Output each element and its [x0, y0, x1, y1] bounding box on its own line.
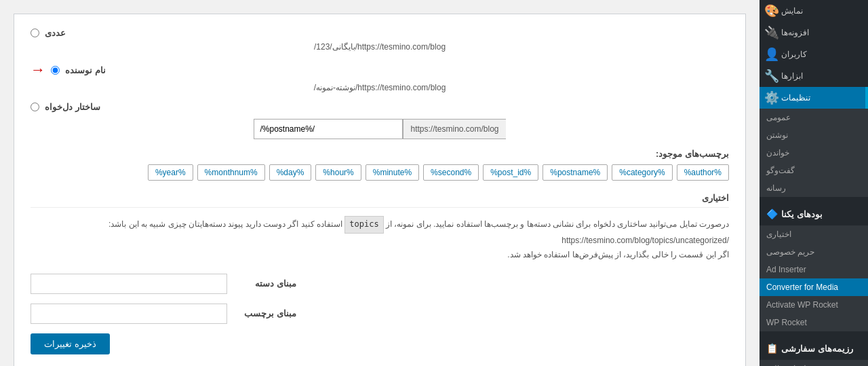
- sidebar-item-label: Converter for Media: [766, 282, 838, 292]
- settings-form: عددی /بایگانی/123/https://tesmino.com/bl…: [14, 14, 746, 366]
- plugins-icon: 🔌: [766, 27, 777, 38]
- sidebar-item-discussion[interactable]: گفت‌وگو: [760, 162, 868, 179]
- sidebar-item-plugins[interactable]: افزونه‌ها 🔌: [760, 22, 868, 43]
- info-text-before: درصورت تمایل می‌توانید ساختاری دلخواه بر…: [386, 219, 729, 229]
- tag-button[interactable]: %monthnum%: [197, 164, 265, 181]
- sidebar-section-order: رزیمه‌های سفارشی 📋: [760, 337, 868, 360]
- tag-button[interactable]: %hour%: [315, 164, 361, 181]
- info-url: https://tesmino.com/blog/topics/uncatego…: [561, 234, 729, 249]
- tag-base-input[interactable]: [31, 304, 227, 324]
- info-paragraph: درصورت تمایل می‌توانید ساختاری دلخواه بر…: [31, 216, 729, 263]
- tag-button[interactable]: %second%: [423, 164, 479, 181]
- tags-section-label: برچسب‌های موجود:: [31, 149, 729, 159]
- category-base-input[interactable]: [31, 274, 227, 294]
- sidebar-item-label: تنظیمات: [781, 93, 810, 103]
- radio-author-row: نام نوسنده →: [31, 61, 729, 79]
- tag-button[interactable]: %minute%: [366, 164, 419, 181]
- sidebar-item-label: نوشتن: [766, 130, 788, 140]
- save-row: ذخیره تغییرات: [31, 333, 729, 354]
- sidebar-item-settings[interactable]: تنظیمات ⚙️: [760, 87, 868, 109]
- radio-author-input[interactable]: [51, 66, 60, 75]
- sidebar-item-appearance[interactable]: نمایش 🎨: [760, 0, 868, 22]
- sidebar-item-users[interactable]: کاربران 👤: [760, 43, 868, 65]
- order-icon: 📋: [766, 343, 777, 354]
- sidebar-item-label: افزونه‌ها: [781, 28, 809, 37]
- sidebar-item-label: کاربران: [781, 50, 807, 59]
- sidebar-item-activate-wp-rocket[interactable]: Activate WP Rocket: [760, 296, 868, 314]
- users-icon: 👤: [766, 49, 777, 60]
- tag-button[interactable]: %post_id%: [483, 164, 538, 181]
- save-button[interactable]: ذخیره تغییرات: [31, 333, 110, 354]
- sidebar-item-label: حریم خصوصی: [766, 247, 814, 257]
- sidebar-item-label: Ad Inserter: [766, 265, 806, 274]
- sidebar-item-label: WP Rocket: [766, 318, 807, 327]
- sidebar-item-ad-inserter[interactable]: Ad Inserter: [760, 261, 868, 278]
- tag-base-label: مبنای برچسب: [235, 308, 296, 318]
- main-content: عددی /بایگانی/123/https://tesmino.com/bl…: [0, 0, 760, 366]
- tags-container: %author%%category%%postname%%post_id%%se…: [31, 164, 729, 181]
- custom-structure-input[interactable]: [254, 119, 403, 139]
- custom-input-wrap: https://tesmino.com/blog: [254, 119, 505, 139]
- sidebar-item-optional[interactable]: اختیاری: [760, 225, 868, 243]
- sidebar-item-reading[interactable]: خواندن: [760, 144, 868, 162]
- topics-badge: topics: [344, 216, 383, 234]
- sidebar-item-label: گفت‌وگو: [766, 166, 795, 175]
- category-base-row: مبنای دسته: [31, 274, 729, 294]
- sidebar-item-writing[interactable]: نوشتن: [760, 126, 868, 144]
- sidebar-section-yekna: بودهای یکنا 🔷: [760, 202, 868, 225]
- sidebar-item-wp-rocket[interactable]: WP Rocket: [760, 314, 868, 331]
- radio-author-url: /نوشته-نمونه/https://tesmino.com/blog: [31, 83, 729, 92]
- sidebar-item-label: عمومی: [766, 113, 791, 122]
- tag-button[interactable]: %category%: [612, 164, 672, 181]
- yekna-icon: 🔷: [766, 208, 777, 219]
- sidebar-item-label: خواندن: [766, 148, 789, 158]
- radio-numeric-row: عددی: [31, 28, 729, 38]
- sidebar-item-tools[interactable]: ابزارها 🔧: [760, 65, 868, 87]
- sidebar-item-label: ابزارها: [781, 71, 803, 81]
- sidebar-item-label: Activate WP Rocket: [766, 300, 838, 310]
- tag-base-row: مبنای برچسب: [31, 304, 729, 324]
- radio-custom-input[interactable]: [31, 103, 39, 111]
- appearance-icon: 🎨: [766, 5, 777, 16]
- info-text-after: اگر این قسمت را خالی بگذارید، از پیش‌فرض…: [507, 250, 729, 259]
- tag-button[interactable]: %author%: [677, 164, 729, 181]
- radio-numeric-label: عددی: [45, 28, 66, 38]
- optional-heading: اختیاری: [31, 193, 729, 208]
- sidebar: نمایش 🎨 افزونه‌ها 🔌 کاربران 👤 ابزارها 🔧 …: [760, 0, 868, 366]
- custom-prefix: https://tesmino.com/blog: [403, 119, 505, 139]
- sidebar-item-label: رسانه: [766, 183, 786, 193]
- radio-numeric-url: /بایگانی/123/https://tesmino.com/blog: [31, 42, 729, 52]
- radio-author-label: نام نوسنده: [65, 65, 106, 75]
- sidebar-item-media[interactable]: رسانه: [760, 179, 868, 197]
- sidebar-item-label: نمایش: [781, 6, 803, 16]
- tag-button[interactable]: %postname%: [542, 164, 608, 181]
- settings-icon: ⚙️: [766, 92, 777, 103]
- sidebar-item-template-settings[interactable]: تنظیمات قالب: [760, 360, 868, 366]
- info-text-middle: استفاده کنید اگر دوست دارید پیوند دسته‌ه…: [108, 219, 342, 229]
- category-base-label: مبنای دسته: [235, 278, 296, 289]
- radio-custom-row: ساختار دل‌خواه: [31, 102, 729, 112]
- arrow-icon: →: [31, 61, 45, 79]
- sidebar-item-general[interactable]: عمومی: [760, 109, 868, 126]
- sidebar-item-privacy[interactable]: حریم خصوصی: [760, 243, 868, 261]
- sidebar-item-converter-media[interactable]: Converter for Media: [760, 278, 868, 296]
- custom-input-container: https://tesmino.com/blog: [31, 119, 729, 139]
- tag-button[interactable]: %year%: [148, 164, 193, 181]
- tools-icon: 🔧: [766, 71, 777, 81]
- tag-button[interactable]: %day%: [269, 164, 312, 181]
- radio-numeric-input[interactable]: [31, 29, 39, 37]
- radio-custom-label: ساختار دل‌خواه: [45, 102, 100, 112]
